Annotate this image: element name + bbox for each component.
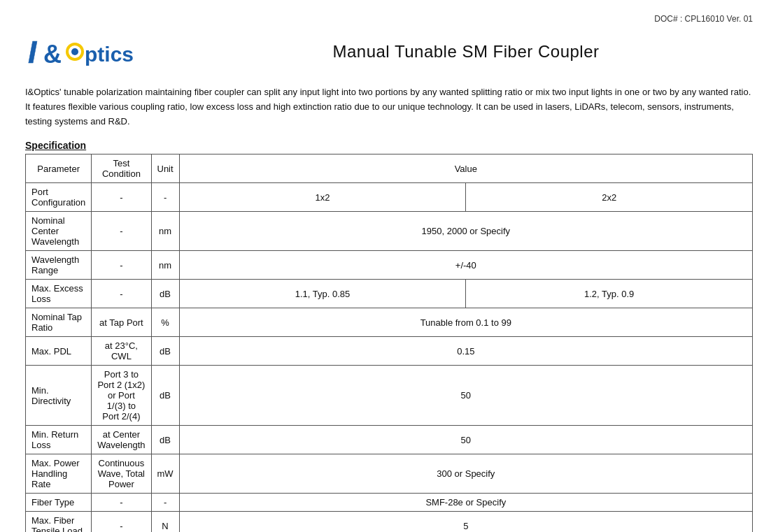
header-parameter: Parameter	[26, 154, 92, 183]
table-row: Max. PDLat 23°C, CWLdB0.15	[26, 337, 753, 366]
cell-value: 0.15	[179, 337, 752, 366]
cell-parameter: Nominal Center Wavelength	[26, 212, 92, 251]
header-unit: Unit	[151, 154, 179, 183]
cell-unit: -	[151, 183, 179, 212]
header-value: Value	[179, 154, 752, 183]
cell-parameter: Nominal Tap Ratio	[26, 308, 92, 337]
cell-parameter: Wavelength Range	[26, 251, 92, 280]
cell-test-condition: at Tap Port	[92, 308, 151, 337]
svg-text:I: I	[28, 35, 37, 69]
cell-test-condition: -	[92, 183, 151, 212]
specification-table: Parameter Test Condition Unit Value Port…	[25, 154, 753, 532]
table-row: Fiber Type--SMF-28e or Specify	[26, 494, 753, 512]
company-logo: I & ptics	[25, 31, 137, 73]
cell-parameter: Min. Return Loss	[26, 426, 92, 454]
table-row: Max. Power Handling RateContinuous Wave,…	[26, 454, 753, 494]
table-row: Wavelength Range-nm+/-40	[26, 251, 753, 280]
cell-value-left: 1x2	[179, 183, 466, 212]
cell-test-condition: at 23°C, CWL	[92, 337, 151, 366]
cell-value: 50	[179, 366, 752, 426]
cell-value: 5	[179, 512, 752, 532]
table-row: Max. Fiber Tensile Load-N5	[26, 512, 753, 532]
cell-test-condition: -	[92, 212, 151, 251]
cell-unit: dB	[151, 337, 179, 366]
table-row: Min. DirectivityPort 3 to Port 2 (1x2) o…	[26, 366, 753, 426]
cell-unit: -	[151, 494, 179, 512]
cell-unit: %	[151, 308, 179, 337]
cell-parameter: Min. Directivity	[26, 366, 92, 426]
logo-area: I & ptics	[25, 31, 179, 73]
svg-text:&: &	[43, 40, 62, 69]
cell-value-right: 2x2	[466, 183, 753, 212]
page-title: Manual Tunable SM Fiber Coupler	[179, 42, 753, 62]
table-row: Nominal Tap Ratioat Tap Port%Tunable fro…	[26, 308, 753, 337]
cell-value-right: 1.2, Typ. 0.9	[466, 280, 753, 308]
cell-value: +/-40	[179, 251, 752, 280]
cell-unit: N	[151, 512, 179, 532]
cell-test-condition: -	[92, 512, 151, 532]
table-row: Port Configuration--1x22x2	[26, 183, 753, 212]
cell-parameter: Max. Power Handling Rate	[26, 454, 92, 494]
cell-test-condition: -	[92, 280, 151, 308]
table-header-row: Parameter Test Condition Unit Value	[26, 154, 753, 183]
cell-unit: dB	[151, 366, 179, 426]
header-test-condition: Test Condition	[92, 154, 151, 183]
cell-value: 1950, 2000 or Specify	[179, 212, 752, 251]
table-row: Min. Return Lossat Center WavelengthdB50	[26, 426, 753, 454]
logo-o-inner	[71, 48, 78, 55]
cell-unit: dB	[151, 280, 179, 308]
cell-unit: nm	[151, 212, 179, 251]
cell-value: 300 or Specify	[179, 454, 752, 494]
cell-test-condition: -	[92, 251, 151, 280]
cell-unit: dB	[151, 426, 179, 454]
header-row: I & ptics Manual Tunable SM Fiber Couple…	[25, 31, 753, 73]
cell-test-condition: -	[92, 494, 151, 512]
table-row: Nominal Center Wavelength-nm1950, 2000 o…	[26, 212, 753, 251]
cell-value: SMF-28e or Specify	[179, 494, 752, 512]
svg-text:ptics: ptics	[85, 43, 134, 66]
cell-unit: nm	[151, 251, 179, 280]
cell-test-condition: at Center Wavelength	[92, 426, 151, 454]
cell-parameter: Max. Excess Loss	[26, 280, 92, 308]
cell-parameter: Fiber Type	[26, 494, 92, 512]
cell-parameter: Port Configuration	[26, 183, 92, 212]
cell-parameter: Max. PDL	[26, 337, 92, 366]
table-row: Max. Excess Loss-dB1.1, Typ. 0.851.2, Ty…	[26, 280, 753, 308]
cell-unit: mW	[151, 454, 179, 494]
cell-parameter: Max. Fiber Tensile Load	[26, 512, 92, 532]
section-title: Specification	[25, 140, 753, 151]
cell-value: Tunable from 0.1 to 99	[179, 308, 752, 337]
cell-value-left: 1.1, Typ. 0.85	[179, 280, 466, 308]
cell-test-condition: Port 3 to Port 2 (1x2) or Port 1/(3) to …	[92, 366, 151, 426]
doc-reference: DOC# : CPL16010 Ver. 01	[25, 14, 753, 24]
cell-test-condition: Continuous Wave, Total Power	[92, 454, 151, 494]
description-text: I&Optics' tunable polarization maintaini…	[25, 85, 753, 129]
cell-value: 50	[179, 426, 752, 454]
